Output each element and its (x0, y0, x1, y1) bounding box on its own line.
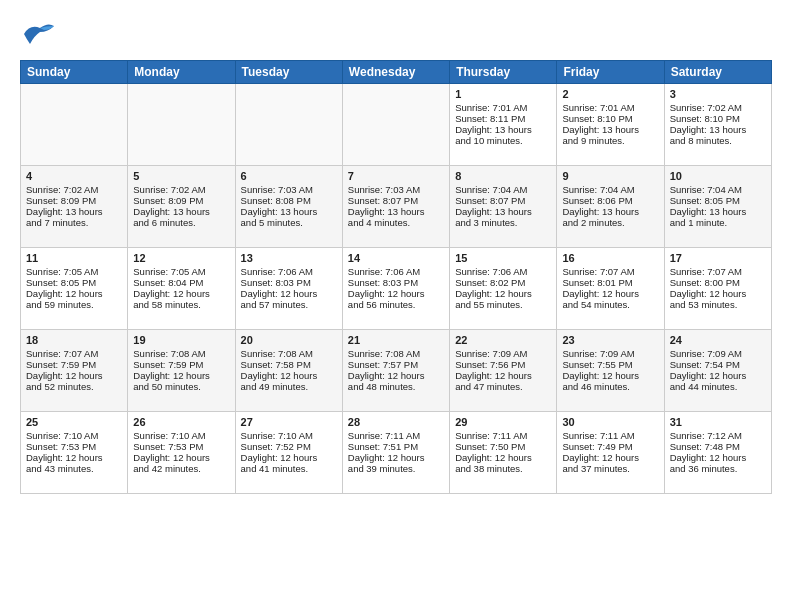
table-row: 23Sunrise: 7:09 AMSunset: 7:55 PMDayligh… (557, 330, 664, 412)
table-row: 17Sunrise: 7:07 AMSunset: 8:00 PMDayligh… (664, 248, 771, 330)
day-number: 5 (133, 170, 229, 182)
day-info: Daylight: 13 hours (455, 206, 551, 217)
day-info: Daylight: 13 hours (348, 206, 444, 217)
table-row: 28Sunrise: 7:11 AMSunset: 7:51 PMDayligh… (342, 412, 449, 494)
day-info: Sunrise: 7:06 AM (348, 266, 444, 277)
col-friday: Friday (557, 61, 664, 84)
logo (20, 16, 60, 52)
day-info: Sunset: 8:10 PM (670, 113, 766, 124)
day-number: 10 (670, 170, 766, 182)
day-info: Sunrise: 7:10 AM (26, 430, 122, 441)
day-info: and 7 minutes. (26, 217, 122, 228)
day-info: Sunset: 8:05 PM (26, 277, 122, 288)
day-info: Sunrise: 7:03 AM (241, 184, 337, 195)
day-info: Daylight: 13 hours (562, 124, 658, 135)
day-number: 3 (670, 88, 766, 100)
day-info: and 36 minutes. (670, 463, 766, 474)
day-info: Sunset: 8:00 PM (670, 277, 766, 288)
day-info: Sunset: 8:05 PM (670, 195, 766, 206)
table-row: 22Sunrise: 7:09 AMSunset: 7:56 PMDayligh… (450, 330, 557, 412)
day-number: 29 (455, 416, 551, 428)
day-info: Sunset: 8:02 PM (455, 277, 551, 288)
day-number: 11 (26, 252, 122, 264)
day-number: 1 (455, 88, 551, 100)
day-info: Daylight: 12 hours (348, 452, 444, 463)
day-info: and 54 minutes. (562, 299, 658, 310)
table-row: 19Sunrise: 7:08 AMSunset: 7:59 PMDayligh… (128, 330, 235, 412)
day-info: Sunrise: 7:01 AM (455, 102, 551, 113)
day-info: Daylight: 12 hours (455, 288, 551, 299)
table-row: 29Sunrise: 7:11 AMSunset: 7:50 PMDayligh… (450, 412, 557, 494)
calendar-body: 1Sunrise: 7:01 AMSunset: 8:11 PMDaylight… (21, 84, 772, 494)
calendar: Sunday Monday Tuesday Wednesday Thursday… (20, 60, 772, 494)
day-number: 13 (241, 252, 337, 264)
table-row: 24Sunrise: 7:09 AMSunset: 7:54 PMDayligh… (664, 330, 771, 412)
day-number: 26 (133, 416, 229, 428)
col-wednesday: Wednesday (342, 61, 449, 84)
day-info: Daylight: 12 hours (133, 288, 229, 299)
table-row (128, 84, 235, 166)
table-row: 3Sunrise: 7:02 AMSunset: 8:10 PMDaylight… (664, 84, 771, 166)
day-number: 25 (26, 416, 122, 428)
day-info: Daylight: 13 hours (670, 124, 766, 135)
day-info: Sunrise: 7:11 AM (562, 430, 658, 441)
day-info: Sunrise: 7:04 AM (455, 184, 551, 195)
day-info: Daylight: 12 hours (562, 288, 658, 299)
day-info: Sunset: 7:49 PM (562, 441, 658, 452)
table-row: 5Sunrise: 7:02 AMSunset: 8:09 PMDaylight… (128, 166, 235, 248)
day-number: 14 (348, 252, 444, 264)
day-number: 17 (670, 252, 766, 264)
day-info: Sunset: 7:52 PM (241, 441, 337, 452)
col-sunday: Sunday (21, 61, 128, 84)
day-info: Daylight: 12 hours (455, 452, 551, 463)
day-info: Sunset: 8:03 PM (241, 277, 337, 288)
day-info: Sunrise: 7:08 AM (133, 348, 229, 359)
calendar-week-row: 4Sunrise: 7:02 AMSunset: 8:09 PMDaylight… (21, 166, 772, 248)
day-info: Daylight: 13 hours (133, 206, 229, 217)
day-info: Daylight: 12 hours (670, 452, 766, 463)
table-row: 31Sunrise: 7:12 AMSunset: 7:48 PMDayligh… (664, 412, 771, 494)
day-info: and 43 minutes. (26, 463, 122, 474)
day-number: 23 (562, 334, 658, 346)
day-info: Sunrise: 7:12 AM (670, 430, 766, 441)
table-row (21, 84, 128, 166)
day-info: and 4 minutes. (348, 217, 444, 228)
day-info: and 37 minutes. (562, 463, 658, 474)
day-number: 22 (455, 334, 551, 346)
day-number: 24 (670, 334, 766, 346)
table-row (342, 84, 449, 166)
day-info: and 46 minutes. (562, 381, 658, 392)
header (20, 16, 772, 52)
day-info: Sunrise: 7:09 AM (455, 348, 551, 359)
day-info: Sunrise: 7:04 AM (670, 184, 766, 195)
page: Sunday Monday Tuesday Wednesday Thursday… (0, 0, 792, 504)
day-info: Sunset: 8:04 PM (133, 277, 229, 288)
table-row: 14Sunrise: 7:06 AMSunset: 8:03 PMDayligh… (342, 248, 449, 330)
day-number: 27 (241, 416, 337, 428)
day-info: Daylight: 13 hours (670, 206, 766, 217)
day-info: and 10 minutes. (455, 135, 551, 146)
day-info: Sunset: 8:08 PM (241, 195, 337, 206)
day-info: Sunset: 7:56 PM (455, 359, 551, 370)
day-number: 2 (562, 88, 658, 100)
day-info: Sunset: 7:48 PM (670, 441, 766, 452)
calendar-week-row: 1Sunrise: 7:01 AMSunset: 8:11 PMDaylight… (21, 84, 772, 166)
day-info: and 9 minutes. (562, 135, 658, 146)
table-row: 15Sunrise: 7:06 AMSunset: 8:02 PMDayligh… (450, 248, 557, 330)
day-info: and 39 minutes. (348, 463, 444, 474)
day-info: Daylight: 12 hours (348, 370, 444, 381)
day-number: 9 (562, 170, 658, 182)
day-info: and 44 minutes. (670, 381, 766, 392)
day-info: and 38 minutes. (455, 463, 551, 474)
day-info: Sunset: 8:06 PM (562, 195, 658, 206)
day-info: Sunrise: 7:10 AM (241, 430, 337, 441)
day-number: 28 (348, 416, 444, 428)
day-info: Sunrise: 7:02 AM (133, 184, 229, 195)
day-info: Sunrise: 7:11 AM (348, 430, 444, 441)
col-thursday: Thursday (450, 61, 557, 84)
day-info: and 41 minutes. (241, 463, 337, 474)
day-info: Sunset: 7:53 PM (26, 441, 122, 452)
day-number: 18 (26, 334, 122, 346)
day-number: 19 (133, 334, 229, 346)
day-info: Daylight: 12 hours (562, 452, 658, 463)
